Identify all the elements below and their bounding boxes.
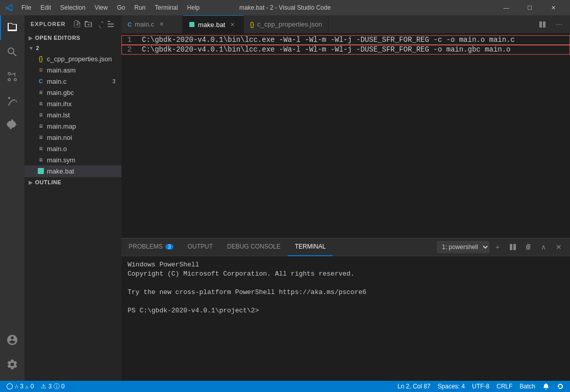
new-folder-button[interactable]	[84, 19, 93, 29]
editor-area: C main.c ✕ make.bat ✕ {} c_cpp_propertie…	[121, 15, 570, 381]
menu-view[interactable]: View	[90, 3, 112, 12]
settings-icon	[6, 358, 18, 371]
activity-explorer[interactable]	[0, 15, 24, 40]
tab-terminal[interactable]: TERMINAL	[288, 238, 333, 256]
svg-rect-3	[543, 21, 546, 28]
tab-json[interactable]: {} c_cpp_properties.json	[244, 15, 329, 33]
terminal-shell-selector[interactable]: 1: powershell	[437, 241, 489, 253]
file-main-c[interactable]: C main.c 3	[24, 76, 121, 87]
sidebar-title: Explorer	[31, 21, 66, 27]
file-main-sym[interactable]: ≡ main.sym	[24, 154, 121, 165]
bell-icon	[542, 383, 550, 390]
file-main-ihx[interactable]: ≡ main.ihx	[24, 98, 121, 109]
svg-rect-4	[510, 244, 512, 250]
outline-arrow: ▶	[29, 180, 33, 185]
status-position[interactable]: Ln 2, Col 87	[395, 381, 433, 392]
collapse-all-button[interactable]	[106, 19, 115, 29]
titlebar-title: make.bat - 2 - Visual Studio Code	[239, 4, 331, 11]
menu-selection[interactable]: Selection	[56, 3, 89, 12]
tab-debug-console[interactable]: DEBUG CONSOLE	[220, 238, 288, 256]
close-button[interactable]: ✕	[541, 0, 565, 15]
code-editor[interactable]: 1 C:\gbdk-2020-v4.0.1\bin\lcc.exe -Wa-l …	[121, 33, 570, 238]
menu-edit[interactable]: Edit	[36, 3, 55, 12]
bat-square-icon	[37, 167, 44, 175]
tab-close-button[interactable]: ✕	[228, 20, 236, 29]
generic-file-icon: ≡	[37, 133, 45, 141]
file-badge: 3	[110, 79, 117, 84]
minimize-button[interactable]: —	[494, 0, 518, 15]
tab-output[interactable]: OUTPUT	[181, 238, 220, 256]
activity-extensions[interactable]	[0, 113, 24, 138]
status-language[interactable]: Batch	[517, 381, 537, 392]
refresh-button[interactable]	[95, 19, 104, 29]
terminal-line-2: Copyright (C) Microsoft Corporation. All…	[128, 270, 564, 279]
split-editor-button[interactable]	[535, 17, 550, 32]
svg-rect-2	[539, 21, 542, 28]
titlebar-controls: — ☐ ✕	[494, 0, 565, 15]
terminal-content[interactable]: Windows PowerShell Copyright (C) Microso…	[121, 256, 570, 381]
new-file-button[interactable]	[72, 19, 82, 29]
maximize-button[interactable]: ☐	[518, 0, 541, 15]
panel-collapse-button[interactable]: ∧	[536, 240, 551, 254]
status-encoding[interactable]: UTF-8	[470, 381, 491, 392]
status-git[interactable]: ⑃ 3 △ 0	[4, 381, 36, 392]
status-git-text: ⑃ 3 △ 0	[15, 383, 34, 390]
menu-terminal[interactable]: Terminal	[151, 3, 182, 12]
kill-terminal-button[interactable]	[521, 240, 535, 254]
file-main-asm[interactable]: ≡ main.asm	[24, 64, 121, 76]
json-file-icon: {}	[37, 55, 45, 63]
folder-2-label: 2	[36, 45, 39, 51]
activity-run[interactable]	[0, 89, 24, 113]
outline-header[interactable]: ▶ OUTLINE	[24, 177, 121, 187]
file-label: main.c	[47, 78, 110, 85]
new-terminal-button[interactable]: +	[490, 240, 505, 254]
file-label: main.sym	[47, 156, 117, 164]
file-main-o[interactable]: ≡ main.o	[24, 143, 121, 154]
tab-bar-actions: ⋯	[531, 15, 570, 33]
bat-file-icon	[37, 167, 45, 175]
tab-bar: C main.c ✕ make.bat ✕ {} c_cpp_propertie…	[121, 15, 570, 33]
activity-source-control[interactable]	[0, 64, 24, 89]
file-main-noi[interactable]: ≡ main.noi	[24, 132, 121, 143]
extensions-icon	[6, 119, 18, 132]
tab-close-button[interactable]: ✕	[157, 20, 165, 29]
activity-account[interactable]	[0, 328, 24, 352]
menu-help[interactable]: Help	[183, 3, 204, 12]
new-folder-icon	[84, 20, 92, 28]
file-main-lst[interactable]: ≡ main.lst	[24, 109, 121, 120]
file-main-map[interactable]: ≡ main.map	[24, 120, 121, 132]
status-notifications[interactable]	[540, 381, 552, 392]
split-terminal-button[interactable]	[506, 240, 520, 254]
panel-close-button[interactable]: ✕	[552, 240, 566, 254]
activity-search[interactable]	[0, 40, 24, 64]
status-spaces-text: Spaces: 4	[438, 383, 465, 390]
sidebar-header-icons	[72, 19, 115, 29]
status-eol[interactable]: CRLF	[494, 381, 514, 392]
split-editor-icon	[539, 21, 546, 28]
file-make-bat[interactable]: make.bat	[24, 165, 121, 177]
file-c-cpp-properties[interactable]: {} c_cpp_properties.json	[24, 53, 121, 64]
menu-run[interactable]: Run	[130, 3, 150, 12]
more-actions-button[interactable]: ⋯	[552, 17, 566, 32]
folder-2-header[interactable]: ▼ 2	[24, 43, 121, 53]
file-label: make.bat	[47, 167, 117, 175]
tab-output-label: OUTPUT	[188, 243, 213, 250]
menu-go[interactable]: Go	[113, 3, 129, 12]
tab-main-c[interactable]: C main.c ✕	[121, 15, 183, 33]
activity-settings[interactable]	[0, 352, 24, 377]
tab-make-bat[interactable]: make.bat ✕	[183, 15, 244, 33]
file-label: main.asm	[47, 66, 117, 74]
sync-icon	[557, 383, 564, 390]
tab-problems[interactable]: PROBLEMS 3	[121, 238, 181, 256]
status-errors[interactable]: ⚠ 3 ⓘ 0	[39, 381, 66, 392]
file-main-gbc[interactable]: ≡ main.gbc	[24, 87, 121, 98]
terminal-panel: PROBLEMS 3 OUTPUT DEBUG CONSOLE TERMINAL…	[121, 238, 570, 381]
generic-file-icon: ≡	[37, 156, 45, 164]
tab-terminal-label: TERMINAL	[295, 243, 326, 250]
menu-file[interactable]: File	[17, 3, 35, 12]
status-spaces[interactable]: Spaces: 4	[436, 381, 467, 392]
code-line-1: 1 C:\gbdk-2020-v4.0.1\bin\lcc.exe -Wa-l …	[121, 35, 570, 45]
account-icon	[6, 334, 18, 346]
status-sync[interactable]	[555, 381, 566, 392]
open-editors-header[interactable]: ▶ OPEN EDITORS	[24, 33, 121, 43]
